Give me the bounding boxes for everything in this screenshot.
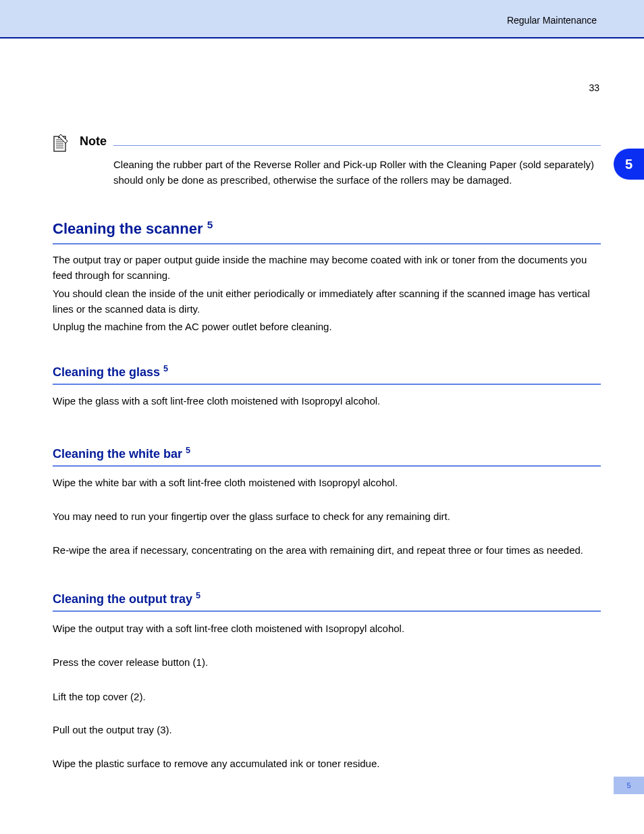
para-scanner-3: Unplug the machine from the AC power out… xyxy=(53,319,601,334)
heading-cleaning-glass: Cleaning the glass 5 xyxy=(53,364,601,385)
note-body-text: Cleaning the rubber part of the Reverse … xyxy=(113,157,601,188)
note-rule xyxy=(113,145,601,146)
heading-cleaning-white-bar-text: Cleaning the white bar xyxy=(53,447,182,461)
section-tab[interactable]: 5 xyxy=(614,149,644,180)
para-scanner-1: The output tray or paper output guide in… xyxy=(53,252,601,284)
para-scanner-2: You should clean the inside of the unit … xyxy=(53,286,601,317)
para-out-2: Press the cover release button (1). xyxy=(53,654,601,670)
heading-marker: 5 xyxy=(207,219,213,230)
heading-cleaning-output-tray: Cleaning the output tray 5 xyxy=(53,591,601,612)
footer-page-tab: 5 xyxy=(614,777,644,794)
para-out-1: Wipe the output tray with a soft lint-fr… xyxy=(53,621,601,636)
heading-marker: 5 xyxy=(186,446,190,455)
heading-cleaning-scanner: Cleaning the scanner 5 xyxy=(53,219,601,244)
note-icon xyxy=(53,133,69,153)
running-header-title: Regular Maintenance xyxy=(507,15,597,26)
heading-cleaning-white-bar: Cleaning the white bar 5 xyxy=(53,446,601,467)
para-glass-1: Wipe the glass with a soft lint-free clo… xyxy=(53,393,601,409)
heading-cleaning-glass-text: Cleaning the glass xyxy=(53,365,160,379)
para-out-4: Pull out the output tray (3). xyxy=(53,722,601,737)
para-white-3: Re-wipe the area if necessary, concentra… xyxy=(53,542,601,558)
page-number: 33 xyxy=(589,82,599,93)
heading-marker: 5 xyxy=(196,591,200,600)
para-out-3: Lift the top cover (2). xyxy=(53,689,601,704)
para-white-2: You may need to run your fingertip over … xyxy=(53,509,601,524)
heading-cleaning-output-tray-text: Cleaning the output tray xyxy=(53,592,192,606)
para-white-1: Wipe the white bar with a soft lint-free… xyxy=(53,475,601,490)
heading-cleaning-scanner-text: Cleaning the scanner xyxy=(53,220,203,237)
note-heading: Note xyxy=(80,134,107,149)
heading-marker: 5 xyxy=(163,364,168,373)
para-out-5: Wipe the plastic surface to remove any a… xyxy=(53,756,601,771)
